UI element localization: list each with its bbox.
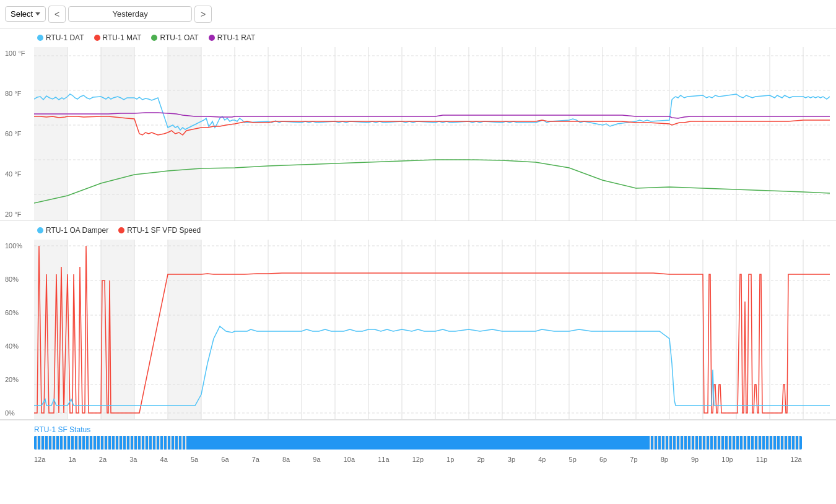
x-label-8p: 8p	[661, 456, 668, 463]
y-label-40f: 40 °F	[5, 170, 25, 178]
x-label-2p: 2p	[477, 456, 484, 463]
x-label-3p: 3p	[508, 456, 515, 463]
x-label-10p: 10p	[721, 456, 733, 463]
x-label-1a: 1a	[68, 456, 76, 463]
select-label: Select	[11, 9, 33, 19]
legend-dot-mat	[94, 35, 100, 41]
y-label-40pct: 40%	[5, 342, 22, 350]
legend-label-vfd: RTU-1 SF VFD Speed	[127, 226, 201, 235]
next-button[interactable]: >	[194, 6, 212, 23]
y-label-80pct: 80%	[5, 276, 22, 283]
status-bar-svg	[34, 436, 802, 450]
y-label-20pct: 20%	[5, 376, 22, 383]
x-label-11p: 11p	[756, 456, 767, 463]
legend-dat: RTU-1 DAT	[37, 33, 84, 42]
y-label-0pct: 0%	[5, 409, 22, 417]
y-label-60pct: 60%	[5, 309, 22, 316]
x-label-9a: 9a	[313, 456, 320, 463]
x-label-12a: 12a	[34, 456, 45, 463]
x-label-5a: 5a	[191, 456, 198, 463]
status-section: RTU-1 SF Status	[0, 420, 836, 453]
temperature-chart-area: 100 °F 80 °F 60 °F 40 °F 20 °F	[0, 47, 836, 220]
damper-chart-section: RTU-1 OA Damper RTU-1 SF VFD Speed 100% …	[0, 221, 836, 420]
legend-rat: RTU-1 RAT	[209, 33, 256, 42]
legend-label-rat: RTU-1 RAT	[217, 33, 256, 42]
x-label-7a: 7a	[252, 456, 259, 463]
legend-label-damper: RTU-1 OA Damper	[46, 226, 108, 235]
damper-chart-area: 100% 80% 60% 40% 20% 0%	[0, 240, 836, 419]
y-label-20f: 20 °F	[5, 211, 25, 218]
x-label-8a: 8a	[282, 456, 290, 463]
x-label-3a: 3a	[129, 456, 137, 463]
x-label-7p: 7p	[630, 456, 637, 463]
y-label-100f: 100 °F	[5, 50, 25, 57]
x-label-11a: 11a	[378, 456, 389, 463]
svg-rect-64	[34, 436, 188, 450]
legend-label-oat: RTU-1 OAT	[160, 33, 198, 42]
toolbar: Select < Yesterday >	[0, 0, 836, 28]
legend-label-mat: RTU-1 MAT	[103, 33, 142, 42]
x-label-1p: 1p	[446, 456, 454, 463]
y-label-60f: 60 °F	[5, 130, 25, 137]
y-label-100pct: 100%	[5, 242, 22, 250]
legend-dot-vfd	[118, 227, 124, 233]
temperature-chart-section: RTU-1 DAT RTU-1 MAT RTU-1 OAT RTU-1 RAT …	[0, 28, 836, 221]
legend-mat: RTU-1 MAT	[94, 33, 142, 42]
legend-dot-dat	[37, 35, 43, 41]
prev-button[interactable]: <	[48, 6, 66, 23]
x-label-12p: 12p	[412, 456, 424, 463]
temperature-legend: RTU-1 DAT RTU-1 MAT RTU-1 OAT RTU-1 RAT	[0, 28, 836, 47]
status-bar-track	[34, 436, 802, 450]
select-button[interactable]: Select	[5, 6, 46, 22]
x-axis-labels: 12a 1a 2a 3a 4a 5a 6a 7a 8a 9a 10a 11a 1…	[0, 453, 836, 466]
legend-oat: RTU-1 OAT	[151, 33, 198, 42]
legend-dot-oat	[151, 35, 157, 41]
x-label-6a: 6a	[221, 456, 229, 463]
x-label-2a: 2a	[99, 456, 107, 463]
x-label-4p: 4p	[538, 456, 546, 463]
chevron-down-icon	[35, 12, 40, 15]
date-display: Yesterday	[68, 6, 192, 22]
legend-vfd: RTU-1 SF VFD Speed	[118, 226, 201, 235]
damper-svg	[34, 240, 830, 419]
svg-rect-33	[168, 240, 201, 419]
damper-legend: RTU-1 OA Damper RTU-1 SF VFD Speed	[0, 221, 836, 240]
x-label-12a-end: 12a	[790, 456, 801, 463]
x-label-6p: 6p	[599, 456, 607, 463]
x-label-9p: 9p	[691, 456, 699, 463]
next-icon: >	[201, 9, 206, 19]
y-label-80f: 80 °F	[5, 90, 25, 97]
legend-dot-damper	[37, 227, 43, 233]
x-label-4a: 4a	[160, 456, 168, 463]
prev-icon: <	[54, 9, 59, 19]
legend-label-dat: RTU-1 DAT	[46, 33, 84, 42]
x-label-5p: 5p	[569, 456, 577, 463]
legend-dot-rat	[209, 35, 215, 41]
svg-rect-65	[188, 436, 648, 450]
svg-rect-66	[648, 436, 802, 450]
temperature-svg	[34, 47, 830, 220]
status-bar-title: RTU-1 SF Status	[34, 425, 802, 434]
x-label-10a: 10a	[344, 456, 355, 463]
legend-damper: RTU-1 OA Damper	[37, 226, 108, 235]
